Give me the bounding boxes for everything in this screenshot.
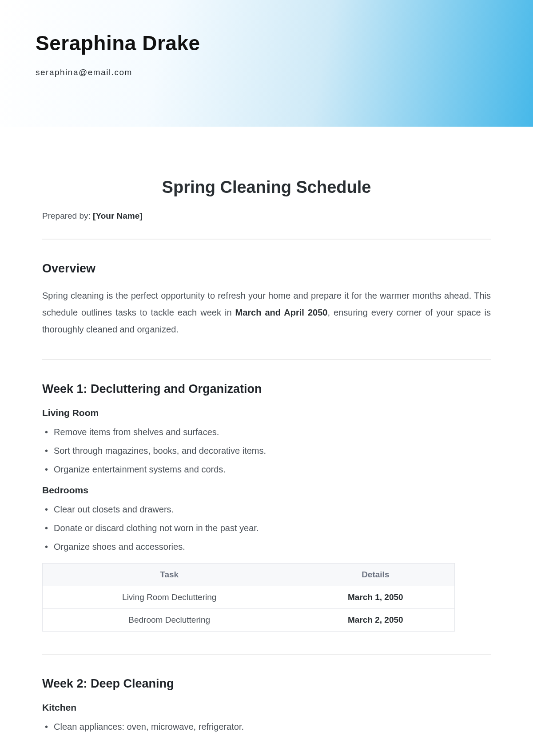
week1-heading: Week 1: Decluttering and Organization [42, 382, 491, 396]
week1-schedule-table: Task Details Living Room Decluttering Ma… [42, 563, 455, 632]
prepared-by-line: Prepared by: [Your Name] [42, 211, 491, 221]
list-item: Donate or discard clothing not worn in t… [42, 520, 491, 536]
table-header-row: Task Details [43, 564, 455, 586]
week1-room0-heading: Living Room [42, 408, 491, 418]
table-header-task: Task [43, 564, 296, 586]
author-email: seraphina@email.com [36, 68, 497, 77]
table-row: Living Room Decluttering March 1, 2050 [43, 586, 455, 609]
header-banner: Seraphina Drake seraphina@email.com [0, 0, 533, 127]
overview-paragraph: Spring cleaning is the perfect opportuni… [42, 287, 491, 338]
table-header-details: Details [296, 564, 455, 586]
divider [42, 359, 491, 360]
prepared-by-label: Prepared by: [42, 211, 93, 220]
overview-heading: Overview [42, 262, 491, 276]
table-cell-task: Living Room Decluttering [43, 586, 296, 609]
week1-room1-heading: Bedrooms [42, 485, 491, 496]
list-item: Organize shoes and accessories. [42, 539, 491, 554]
document-body: Spring Cleaning Schedule Prepared by: [Y… [0, 178, 533, 756]
author-name: Seraphina Drake [36, 31, 497, 55]
list-item: Clean appliances: oven, microwave, refri… [42, 719, 491, 734]
prepared-by-value: [Your Name] [93, 211, 143, 220]
week2-room0-list: Clean appliances: oven, microwave, refri… [42, 719, 491, 734]
table-cell-detail: March 2, 2050 [296, 609, 455, 632]
week2-room0-heading: Kitchen [42, 702, 491, 713]
overview-bold: March and April 2050 [235, 308, 328, 317]
list-item: Sort through magazines, books, and decor… [42, 443, 491, 458]
table-cell-task: Bedroom Decluttering [43, 609, 296, 632]
list-item: Organize entertainment systems and cords… [42, 462, 491, 477]
document-title: Spring Cleaning Schedule [42, 178, 491, 197]
divider [42, 654, 491, 655]
table-cell-detail: March 1, 2050 [296, 586, 455, 609]
week1-room1-list: Clear out closets and drawers. Donate or… [42, 502, 491, 554]
table-row: Bedroom Decluttering March 2, 2050 [43, 609, 455, 632]
week1-room0-list: Remove items from shelves and surfaces. … [42, 424, 491, 477]
list-item: Remove items from shelves and surfaces. [42, 424, 491, 440]
week2-heading: Week 2: Deep Cleaning [42, 677, 491, 691]
list-item: Clear out closets and drawers. [42, 502, 491, 517]
divider [42, 239, 491, 240]
